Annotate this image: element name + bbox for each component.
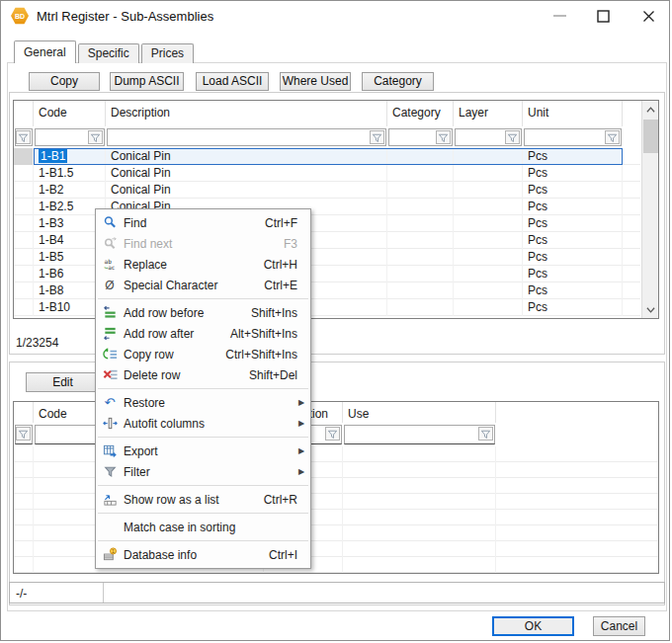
menu-item-find[interactable]: FindCtrl+F: [96, 212, 310, 233]
row-selector-cell: [14, 541, 34, 557]
grid-header-row: CodeDescriptionCategoryLayerUnit: [14, 101, 623, 126]
menu-item-shortcut: Ctrl+I: [269, 548, 310, 562]
filter-button[interactable]: [370, 130, 384, 144]
toolbar-button-load-ascii[interactable]: Load ASCII: [196, 72, 269, 91]
cell-unit: Pcs: [523, 266, 623, 282]
special-character-icon: Ø: [96, 279, 124, 292]
toolbar-button-dump-ascii[interactable]: Dump ASCII: [110, 72, 184, 91]
cell-category: [387, 148, 454, 165]
menu-item-add-row-after[interactable]: Add row afterAlt+Shift+Ins: [96, 323, 310, 344]
database-info-icon: 1: [96, 547, 124, 562]
menu-item-label: Add row before: [124, 306, 251, 320]
filter-button[interactable]: [505, 130, 520, 144]
tab-specific[interactable]: Specific: [78, 43, 139, 63]
menu-item-label: Autofit columns: [124, 417, 293, 431]
filter-button[interactable]: [478, 427, 493, 441]
filter-button[interactable]: [605, 130, 620, 144]
vertical-scrollbar[interactable]: [641, 101, 658, 318]
row-selector-cell: [14, 266, 34, 282]
row-selector-cell: [14, 510, 34, 525]
cell-unit: Pcs: [523, 232, 623, 249]
funnel-icon: [438, 132, 449, 143]
filter-button[interactable]: [88, 130, 103, 144]
menu-item-special-character[interactable]: ØSpecial CharacterCtrl+E: [96, 275, 310, 295]
cell-unit: Pcs: [523, 282, 623, 299]
menu-item-shortcut: F3: [284, 237, 310, 251]
cell-code: 1-B1.5: [34, 165, 106, 182]
table-row[interactable]: 1-B1.5Conical PinPcs: [14, 165, 640, 182]
cell-use: [343, 462, 496, 478]
table-row[interactable]: 1-B2Conical PinPcs: [14, 182, 640, 199]
close-button[interactable]: [631, 1, 665, 31]
menu-item-label: Replace: [124, 258, 264, 272]
window-title: Mtrl Register - Sub-Assemblies: [37, 9, 213, 24]
export-icon: [96, 443, 124, 458]
toolbar-button-copy[interactable]: Copy: [29, 72, 100, 91]
menu-item-filter[interactable]: Filter▶: [96, 461, 310, 482]
submenu-arrow-icon: ▶: [293, 398, 310, 407]
menu-item-shortcut: Shift+Ins: [251, 306, 310, 320]
filter-cell: [455, 128, 522, 146]
cell-category: [387, 182, 454, 199]
filter-button[interactable]: [436, 130, 451, 144]
toolbar-button-category[interactable]: Category: [362, 72, 434, 91]
menu-item-restore[interactable]: ↶Restore▶: [96, 392, 310, 413]
row-selector-header: [14, 101, 34, 126]
menu-separator: [98, 388, 308, 389]
cancel-button[interactable]: Cancel: [593, 616, 645, 636]
ok-button[interactable]: OK: [492, 616, 574, 636]
filter-cell: [15, 425, 33, 444]
filter-button[interactable]: [16, 130, 31, 144]
edit-button[interactable]: Edit: [26, 372, 100, 392]
grid-filter-row: [14, 126, 623, 148]
cell-layer: [454, 249, 523, 266]
menu-item-show-row-as-a-list[interactable]: Show row as a listCtrl+R: [96, 489, 310, 510]
svg-text:1: 1: [112, 548, 115, 554]
titlebar: BD Mtrl Register - Sub-Assemblies: [1, 1, 669, 31]
row-selector-cell: [14, 148, 34, 165]
row-selector-cell: [14, 199, 34, 215]
funnel-icon: [507, 132, 518, 143]
cell-category: [387, 232, 454, 249]
toolbar-button-where-used[interactable]: Where Used: [280, 72, 351, 91]
row-selector-cell: [14, 557, 34, 573]
cell-layer: [454, 266, 523, 282]
tab-general[interactable]: General: [14, 40, 76, 63]
app-icon: BD: [11, 7, 29, 25]
filter-button[interactable]: [16, 427, 31, 441]
cell-use: [343, 478, 496, 494]
row-selector-cell: [14, 282, 34, 299]
scrollbar-thumb[interactable]: [643, 120, 658, 153]
row-selector-cell: [14, 446, 34, 462]
table-row[interactable]: 1-B1Conical PinPcs: [14, 148, 640, 165]
filter-button[interactable]: [325, 427, 340, 441]
column-header-use: Use: [343, 402, 496, 423]
menu-item-copy-row[interactable]: Copy rowCtrl+Shift+Ins: [96, 344, 310, 364]
scroll-up-button[interactable]: [642, 101, 659, 118]
menu-item-export[interactable]: Export▶: [96, 441, 310, 461]
menu-separator: [98, 485, 308, 486]
row-selector-cell: [14, 165, 34, 182]
cell-description: Conical Pin: [106, 182, 387, 199]
cell-unit: Pcs: [523, 299, 623, 316]
funnel-icon: [372, 132, 382, 143]
menu-item-match-case-in-sorting[interactable]: Match case in sorting: [96, 517, 310, 537]
menu-item-autofit-columns[interactable]: Autofit columns▶: [96, 413, 310, 434]
cell-category: [387, 249, 454, 266]
tab-prices[interactable]: Prices: [141, 43, 194, 63]
minimize-button[interactable]: [543, 1, 576, 31]
context-menu: FindCtrl+FFind nextF3ab↪acReplaceCtrl+HØ…: [95, 208, 311, 569]
menu-item-replace[interactable]: ab↪acReplaceCtrl+H: [96, 254, 310, 275]
detail-status-text: -/-: [16, 587, 27, 601]
cell-layer: [454, 232, 523, 249]
maximize-button[interactable]: [586, 1, 620, 31]
submenu-arrow-icon: ▶: [293, 467, 310, 476]
selected-code-text: 1-B1: [39, 149, 67, 163]
minimize-icon: [553, 15, 566, 17]
menu-item-delete-row[interactable]: Delete rowShift+Del: [96, 364, 310, 385]
menu-item-add-row-before[interactable]: Add row beforeShift+Ins: [96, 302, 310, 323]
cell-unit: Pcs: [523, 199, 623, 215]
cell-layer: [454, 282, 523, 299]
menu-item-database-info[interactable]: 1Database infoCtrl+I: [96, 544, 310, 565]
scroll-down-button[interactable]: [642, 301, 659, 318]
